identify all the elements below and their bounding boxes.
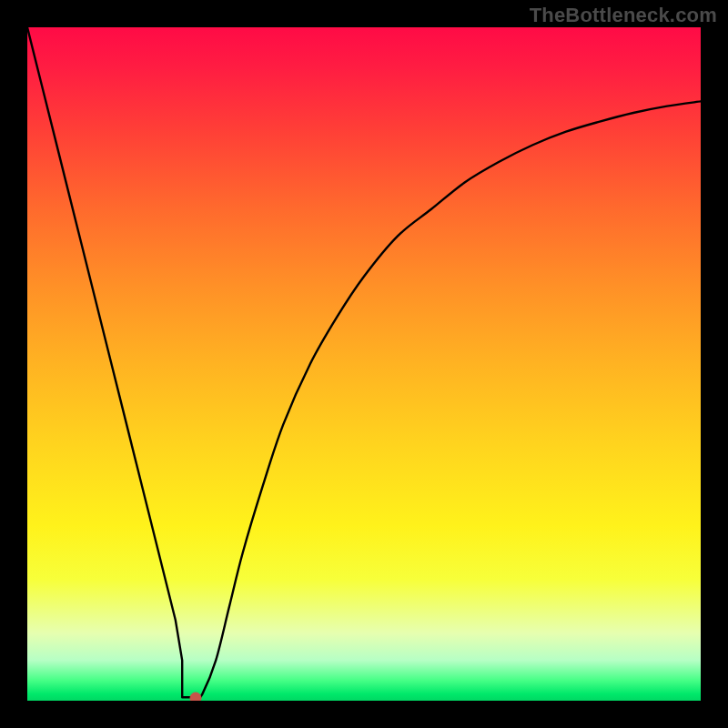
plot-area xyxy=(27,27,701,701)
chart-frame: TheBottleneck.com xyxy=(0,0,728,728)
curve-path xyxy=(27,27,701,701)
bottleneck-curve xyxy=(27,27,701,701)
watermark-text: TheBottleneck.com xyxy=(530,4,717,27)
minimum-marker xyxy=(190,693,201,701)
